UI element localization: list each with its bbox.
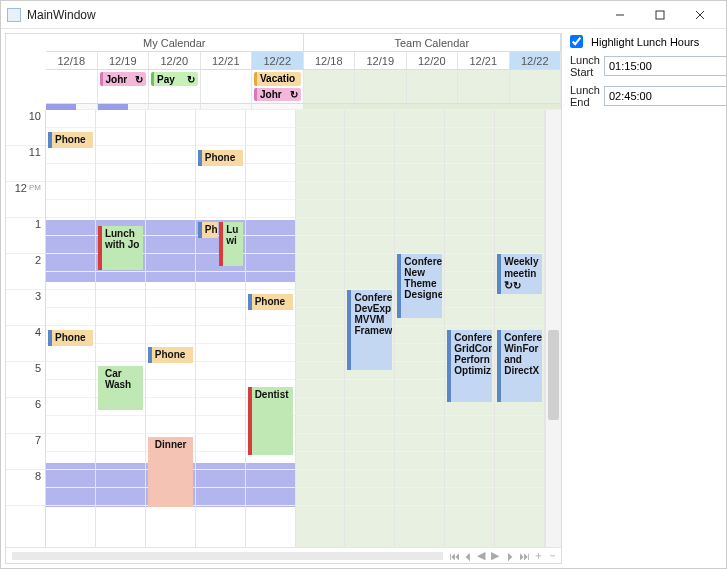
appointment[interactable]: Lu wi bbox=[219, 222, 242, 266]
main-window: MainWindow My Calendar Team Calendar 12/… bbox=[0, 0, 727, 569]
all-day-appointment[interactable]: Johr bbox=[100, 72, 147, 86]
appointment[interactable]: Confere DevExp MVVM Framew bbox=[347, 290, 392, 370]
day-column[interactable]: Lunch with JoCar Wash bbox=[96, 110, 146, 547]
day-header[interactable]: 12/21 bbox=[201, 52, 253, 69]
time-label: 8 bbox=[6, 470, 45, 506]
day-header-row: 12/1812/1912/2012/2112/2212/1812/1912/20… bbox=[46, 52, 561, 70]
day-header[interactable]: 12/18 bbox=[304, 52, 356, 69]
highlight-checkbox[interactable] bbox=[570, 35, 583, 48]
lunch-start-row: Lunch Start bbox=[570, 54, 720, 78]
nav-prev-icon[interactable]: ◀ bbox=[477, 549, 485, 562]
vertical-scroll-thumb[interactable] bbox=[548, 330, 559, 420]
day-columns[interactable]: PhonePhoneLunch with JoCar WashPhoneDinn… bbox=[46, 110, 545, 547]
day-header[interactable]: 12/21 bbox=[458, 52, 510, 69]
day-column[interactable]: Confere DevExp MVVM Framew bbox=[345, 110, 395, 547]
nav-first-icon[interactable]: ⏮ bbox=[449, 550, 457, 562]
day-column[interactable]: PhoneDinner bbox=[146, 110, 196, 547]
appointment[interactable]: Confere GridCon Perforn Optimiz bbox=[447, 330, 492, 402]
all-day-cell[interactable] bbox=[201, 70, 253, 103]
bottom-bar: ⏮ ⏴ ◀ ▶ ⏵ ⏭ ＋ － bbox=[6, 547, 561, 563]
all-day-cell[interactable] bbox=[355, 70, 407, 103]
all-day-cell[interactable] bbox=[304, 70, 356, 103]
content-area: My Calendar Team Calendar 12/1812/1912/2… bbox=[1, 29, 726, 568]
lunch-end-label: Lunch End bbox=[570, 84, 600, 108]
lunch-start-label: Lunch Start bbox=[570, 54, 600, 78]
time-label: 1 bbox=[6, 218, 45, 254]
nav-next-page-icon[interactable]: ⏵ bbox=[505, 550, 513, 562]
all-day-cell[interactable]: Pay bbox=[149, 70, 201, 103]
appointment[interactable]: Dinner bbox=[148, 437, 193, 507]
lunch-start-input[interactable] bbox=[604, 56, 726, 76]
all-day-appointment[interactable]: Pay bbox=[151, 72, 198, 86]
nav-prev-page-icon[interactable]: ⏴ bbox=[463, 550, 471, 562]
lunch-end-row: Lunch End bbox=[570, 84, 720, 108]
day-header[interactable]: 12/19 bbox=[98, 52, 150, 69]
appointment[interactable]: Phone bbox=[48, 330, 93, 346]
title-bar[interactable]: MainWindow bbox=[1, 1, 726, 29]
close-button[interactable] bbox=[680, 4, 720, 26]
day-header[interactable]: 12/22 bbox=[252, 52, 304, 69]
appointment[interactable]: Confere WinFor and DirectX bbox=[497, 330, 542, 402]
recurrence-icon: ↻ bbox=[504, 279, 513, 291]
zoom-in-icon[interactable]: ＋ bbox=[533, 548, 541, 563]
all-day-row: JohrPayVacatioJohr bbox=[46, 70, 561, 104]
appointment[interactable]: Ph bbox=[198, 222, 218, 238]
time-grid: 101112PM12345678 PhonePhoneLunch with Jo… bbox=[6, 110, 561, 547]
day-header[interactable]: 12/18 bbox=[46, 52, 98, 69]
horizontal-scroll-thumb[interactable] bbox=[12, 552, 443, 560]
lunch-end-input[interactable] bbox=[604, 86, 726, 106]
zoom-out-icon[interactable]: － bbox=[547, 548, 555, 563]
time-label: 5 bbox=[6, 362, 45, 398]
day-header[interactable]: 12/19 bbox=[355, 52, 407, 69]
appointment[interactable]: Lunch with Jo bbox=[98, 226, 143, 270]
day-column[interactable]: PhonePhLu wi bbox=[196, 110, 246, 547]
all-day-cell[interactable] bbox=[510, 70, 562, 103]
group-header-row: My Calendar Team Calendar bbox=[46, 34, 561, 52]
time-label: 11 bbox=[6, 146, 45, 182]
calendar-group-my[interactable]: My Calendar bbox=[46, 34, 304, 51]
time-label: 3 bbox=[6, 290, 45, 326]
appointment[interactable]: Weekly meetin ↻ bbox=[497, 254, 542, 294]
nav-next-icon[interactable]: ▶ bbox=[491, 549, 499, 562]
all-day-cell[interactable]: VacatioJohr bbox=[252, 70, 304, 103]
all-day-cell[interactable] bbox=[407, 70, 459, 103]
day-column[interactable]: Confere New Theme Designe bbox=[395, 110, 445, 547]
all-day-appointment[interactable]: Vacatio bbox=[254, 72, 301, 86]
appointment[interactable]: Phone bbox=[198, 150, 243, 166]
scheduler: My Calendar Team Calendar 12/1812/1912/2… bbox=[5, 33, 562, 564]
maximize-button[interactable] bbox=[640, 4, 680, 26]
appointment[interactable]: Phone bbox=[148, 347, 193, 363]
time-label: 2 bbox=[6, 254, 45, 290]
all-day-cell[interactable] bbox=[46, 70, 98, 103]
time-label: 4 bbox=[6, 326, 45, 362]
appointment[interactable]: Phone bbox=[248, 294, 293, 310]
appointment[interactable]: Dentist bbox=[248, 387, 293, 455]
app-icon bbox=[7, 8, 21, 22]
appointment[interactable]: Phone bbox=[48, 132, 93, 148]
time-ruler: 101112PM12345678 bbox=[6, 110, 46, 547]
appointment[interactable]: Car Wash bbox=[98, 366, 143, 410]
nav-last-icon[interactable]: ⏭ bbox=[519, 550, 527, 562]
options-panel: Highlight Lunch Hours Lunch Start Lunch … bbox=[564, 29, 726, 568]
day-column[interactable]: PhoneDentist bbox=[246, 110, 296, 547]
day-column[interactable]: PhonePhone bbox=[46, 110, 96, 547]
horizontal-scrollbar[interactable] bbox=[12, 552, 443, 560]
day-header[interactable]: 12/20 bbox=[407, 52, 459, 69]
window-title: MainWindow bbox=[27, 8, 600, 22]
vertical-scrollbar[interactable] bbox=[545, 110, 561, 547]
all-day-cell[interactable] bbox=[458, 70, 510, 103]
day-header[interactable]: 12/22 bbox=[510, 52, 562, 69]
day-column[interactable]: Weekly meetin ↻Confere WinFor and Direct… bbox=[495, 110, 545, 547]
all-day-appointment[interactable]: Johr bbox=[254, 88, 301, 102]
time-label: 6 bbox=[6, 398, 45, 434]
calendar-group-team[interactable]: Team Calendar bbox=[304, 34, 562, 51]
day-header[interactable]: 12/20 bbox=[149, 52, 201, 69]
day-column[interactable] bbox=[296, 110, 346, 547]
time-label: 12PM bbox=[6, 182, 45, 218]
day-column[interactable]: Confere GridCon Perforn Optimiz bbox=[445, 110, 495, 547]
highlight-label[interactable]: Highlight Lunch Hours bbox=[591, 36, 699, 48]
time-label: 7 bbox=[6, 434, 45, 470]
appointment[interactable]: Confere New Theme Designe bbox=[397, 254, 442, 318]
all-day-cell[interactable]: Johr bbox=[98, 70, 150, 103]
minimize-button[interactable] bbox=[600, 4, 640, 26]
